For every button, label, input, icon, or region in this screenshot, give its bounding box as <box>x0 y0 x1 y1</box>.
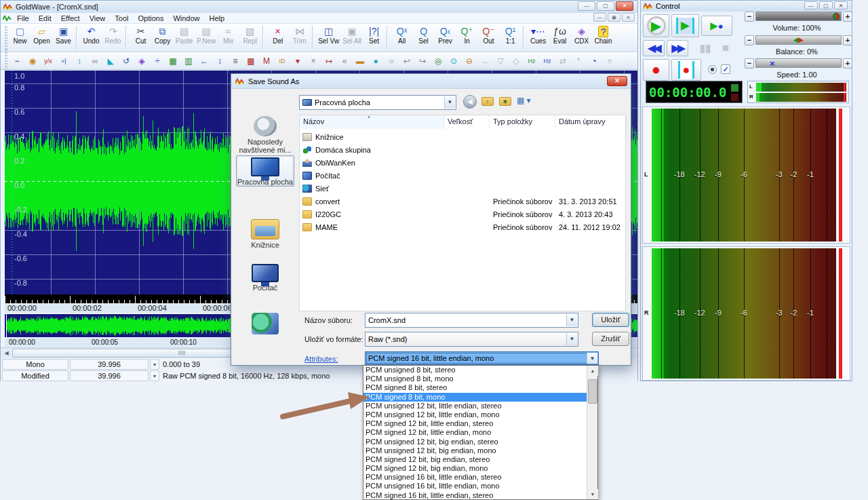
restore-button[interactable]: ▢ <box>819 1 833 9</box>
hz-play-icon[interactable]: Hz <box>524 54 539 68</box>
chevron-down-icon[interactable]: ▼ <box>566 333 577 345</box>
file-row[interactable]: I220GCPriečinok súborov4. 3. 2013 20:43 <box>300 208 625 220</box>
menu-effect[interactable]: Effect <box>56 14 85 22</box>
rainbow-icon[interactable]: ▬ <box>353 54 368 68</box>
length-value[interactable]: 39.996 <box>70 359 149 370</box>
file-row[interactable]: convertPriečinok súborov31. 3. 2013 20:5… <box>300 195 625 208</box>
menu-file[interactable]: File <box>12 14 34 22</box>
prev-button[interactable]: Q‹Prev <box>435 25 456 51</box>
compact-dropdown-icon[interactable]: − <box>9 54 24 68</box>
cancel-button[interactable]: Zrušiť <box>592 332 629 346</box>
invert-icon[interactable]: ↺ <box>119 54 134 68</box>
control-properties-icon[interactable]: ◉ <box>25 54 40 68</box>
close-button[interactable]: ✕ <box>834 1 848 9</box>
id-tag-icon[interactable]: ID <box>275 54 290 68</box>
file-row[interactable]: ObiWanKen <box>300 156 625 169</box>
eq-table-icon[interactable]: ▦ <box>165 54 180 68</box>
column-header-d-tum-pravy[interactable]: Dátum úpravy <box>555 115 627 129</box>
restore-button[interactable]: ▢ <box>597 1 614 11</box>
del-button[interactable]: ×Del <box>267 25 288 51</box>
dialog-title-bar[interactable]: Save Sound As ✕ <box>231 74 631 89</box>
bulb-icon[interactable]: ◎ <box>431 54 446 68</box>
rewind-button[interactable]: ◀◀ <box>643 40 665 56</box>
speed-slider[interactable]: × <box>755 58 842 68</box>
in-button[interactable]: Q⁺In <box>456 25 477 51</box>
new-folder-icon[interactable]: ✶ <box>499 97 511 106</box>
set-button[interactable]: |?|Set <box>363 25 384 51</box>
record-selection-button[interactable]: ● <box>671 59 701 81</box>
dropdown-scrollbar[interactable]: ▲ ▼ <box>587 366 597 499</box>
format-option[interactable]: PCM unsigned 12 bit, little endian, mono <box>363 410 597 419</box>
file-name-input[interactable]: CromX.snd ▼ <box>365 313 578 328</box>
cut-button[interactable]: ✂Cut <box>130 25 151 51</box>
matrix-icon[interactable]: ▩ <box>243 54 258 68</box>
open-button[interactable]: ▱Open <box>31 25 52 51</box>
balance-slider[interactable]: ◀▶ <box>755 35 842 45</box>
up-folder-icon[interactable]: ↑ <box>481 97 494 106</box>
ramp-icon[interactable]: ◣ <box>103 54 118 68</box>
loop-back-icon[interactable]: ↩ <box>399 54 414 68</box>
format-option[interactable]: PCM unsigned 16 bit, little endian, mono <box>363 482 597 491</box>
back-icon[interactable]: ◀ <box>463 95 477 109</box>
cues-button[interactable]: ▾⋯Cues <box>528 25 549 51</box>
close-button[interactable]: ✕ <box>616 1 633 11</box>
resize-arrows-icon[interactable]: ↕ <box>72 54 87 68</box>
clock-icon[interactable]: ◔ <box>587 54 601 68</box>
format-combobox[interactable]: Raw (*.snd) ▼ <box>365 332 578 347</box>
split-view-icon[interactable]: ▥ <box>181 54 196 68</box>
goldwave-title-bar[interactable]: GoldWave - [CromX.snd] — ▢ ✕ <box>1 1 637 13</box>
record-option-checkbox[interactable]: ✓ <box>721 64 730 74</box>
speed-marker-icon[interactable]: × <box>770 58 775 69</box>
scrollbar-thumb[interactable] <box>588 379 597 404</box>
scroll-down-icon[interactable]: ▼ <box>587 489 598 499</box>
format-option[interactable]: PCM signed 12 bit, big endian, stereo <box>363 455 597 464</box>
balance-plus-button[interactable]: + <box>843 35 852 45</box>
circle-alert-icon[interactable]: ⊙ <box>446 54 461 68</box>
format-option[interactable]: PCM signed 8 bit, mono <box>363 393 597 402</box>
play-selection-button[interactable]: ▶ <box>671 14 699 37</box>
views-icon[interactable]: ▦ ▾ <box>517 96 531 105</box>
sel-button[interactable]: QSel <box>413 25 434 51</box>
volume-plus-button[interactable]: + <box>843 12 852 22</box>
dialog-close-icon[interactable]: ✕ <box>607 76 627 86</box>
format-option[interactable]: PCM unsigned 12 bit, big endian, stereo <box>363 438 597 446</box>
hz-width-icon[interactable]: Hz <box>540 54 555 68</box>
format-option[interactable]: PCM unsigned 8 bit, stereo <box>363 366 597 374</box>
column-header-n-zov[interactable]: Názov▴ <box>300 115 444 129</box>
speed-minus-button[interactable]: − <box>745 58 754 69</box>
toolbar-grip[interactable] <box>5 26 7 50</box>
ball-icon[interactable]: ○ <box>384 54 399 68</box>
menu-view[interactable]: View <box>85 14 111 22</box>
menu-help[interactable]: Help <box>205 14 230 22</box>
copy-button[interactable]: ⧉Copy <box>152 25 173 51</box>
new-button[interactable]: ▢New <box>9 25 31 51</box>
out-button[interactable]: Q⁻Out <box>478 25 499 51</box>
file-list[interactable]: Názov▴VeľkosťTyp položkyDátum úpravyKniž… <box>299 115 626 311</box>
balance-minus-button[interactable]: − <box>745 35 754 45</box>
eval-button[interactable]: ƒωEval <box>549 25 570 51</box>
format-option[interactable]: PCM signed 12 bit, little endian, stereo <box>363 419 597 428</box>
loop-forward-icon[interactable]: ↪ <box>415 54 430 68</box>
sidebar-item-computer[interactable]: Počítač <box>236 263 294 292</box>
format-option[interactable]: PCM signed 12 bit, big endian, mono <box>363 464 597 473</box>
minimize-button[interactable]: — <box>578 1 595 11</box>
chevron-down-icon[interactable]: ▼ <box>444 96 455 109</box>
length-value[interactable]: 39.996 <box>70 370 149 381</box>
arrows-updown-icon[interactable]: ↕ <box>212 54 227 68</box>
divide-icon[interactable]: ÷ <box>150 54 165 68</box>
record-button[interactable]: ● <box>643 59 669 81</box>
mx-icon[interactable]: M <box>259 54 274 68</box>
file-row[interactable]: Knižnice <box>300 130 625 143</box>
attributes-link[interactable]: Attributes: <box>304 355 338 363</box>
format-option[interactable]: PCM unsigned 8 bit, mono <box>363 374 597 383</box>
child-minimize-button[interactable]: — <box>593 13 606 22</box>
channel-mode[interactable]: Mono <box>2 359 68 370</box>
playback-marker-icon[interactable]: »| <box>56 54 71 68</box>
file-row[interactable]: MAMEPriečinok súborov24. 11. 2012 19:02 <box>300 220 625 233</box>
record-mode-radio[interactable] <box>708 65 717 74</box>
teal-ball-icon[interactable]: ● <box>368 54 383 68</box>
play-from-marker-button[interactable]: ▶ ● <box>701 16 732 36</box>
save-button[interactable]: ▣Save <box>53 25 74 51</box>
menu-edit[interactable]: Edit <box>34 14 56 22</box>
format-option[interactable]: PCM unsigned 16 bit, little endian, ster… <box>363 473 597 482</box>
